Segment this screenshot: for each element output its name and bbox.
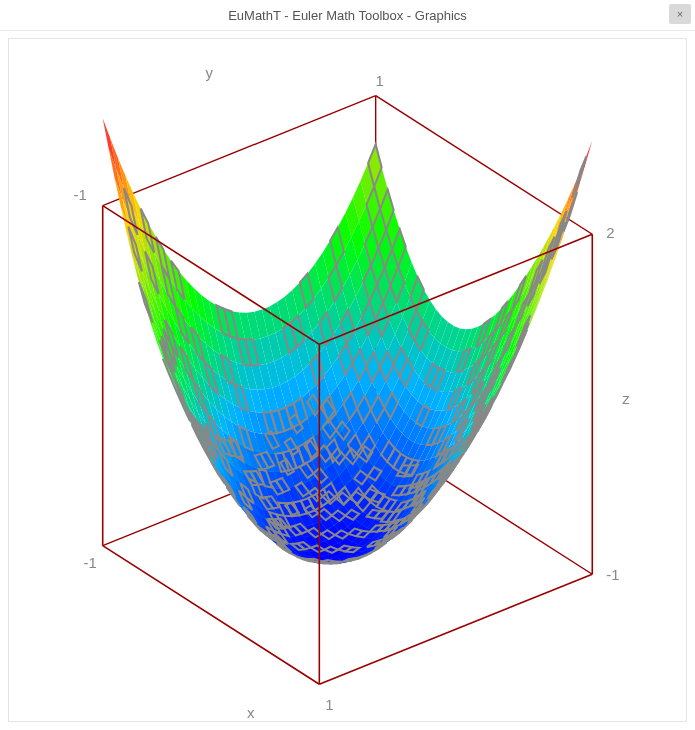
svg-text:1: 1: [325, 696, 333, 713]
svg-marker-1464: [316, 561, 330, 563]
svg-line-1602: [103, 546, 320, 685]
svg-text:2: 2: [606, 224, 614, 241]
svg-text:y: y: [206, 64, 214, 81]
svg-text:x: x: [247, 704, 255, 721]
graphics-window: EuMathT - Euler Math Toolbox - Graphics …: [0, 0, 695, 730]
surface-plot: y-11x-11z-12: [9, 39, 686, 721]
svg-marker-1331: [573, 156, 587, 197]
close-icon: ×: [677, 8, 683, 20]
svg-line-4: [103, 96, 376, 206]
svg-line-2: [376, 96, 593, 235]
svg-text:z: z: [622, 390, 629, 407]
svg-marker-213: [103, 118, 117, 169]
window-title: EuMathT - Euler Math Toolbox - Graphics: [228, 8, 467, 23]
titlebar[interactable]: EuMathT - Euler Math Toolbox - Graphics …: [0, 0, 695, 31]
svg-line-1604: [319, 574, 592, 684]
svg-text:-1: -1: [606, 566, 619, 583]
svg-text:-1: -1: [83, 554, 96, 571]
svg-text:1: 1: [376, 72, 384, 89]
close-button[interactable]: ×: [669, 4, 691, 24]
plot-canvas[interactable]: y-11x-11z-12: [8, 38, 687, 722]
svg-text:-1: -1: [74, 186, 87, 203]
svg-marker-1462: [329, 561, 343, 563]
